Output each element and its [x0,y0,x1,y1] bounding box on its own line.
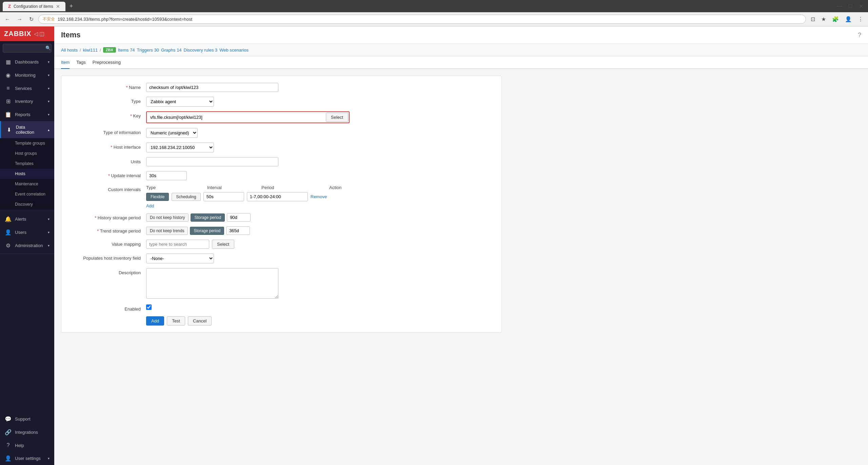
breadcrumb-graphs[interactable]: Graphs 14 [161,48,182,53]
close-button[interactable]: ✕ [857,2,865,11]
breadcrumb-triggers[interactable]: Triggers 30 [137,48,159,53]
breadcrumb-sep-1: / [80,48,81,53]
sidebar-search-input[interactable] [3,44,52,53]
sidebar-item-user-settings[interactable]: 👤 User settings ▾ [0,452,54,465]
tab-tags[interactable]: Tags [76,56,85,69]
enabled-label: Enabled [72,304,146,312]
populates-control: -None- [146,254,350,263]
history-storage-period-button[interactable]: Storage period [191,213,225,222]
breadcrumb-all-hosts[interactable]: All hosts [61,48,78,53]
do-not-keep-trends-button[interactable]: Do not keep trends [146,227,188,235]
scheduling-button[interactable]: Scheduling [172,193,200,201]
test-button[interactable]: Test [167,316,185,326]
bookmark-icon[interactable]: ★ [819,15,828,24]
sidebar-item-label: Integrations [15,430,38,435]
profile-icon[interactable]: 👤 [843,15,854,24]
host-interface-control: 192.168.234.22:10050 [146,143,350,152]
app: ZABBIX ◁◫ 🔍 ▦ Dashboards ▾ ◉ Monitoring … [0,26,868,465]
sidebar-item-users[interactable]: 👤 Users ▾ [0,226,54,239]
tab-close-button[interactable]: ✕ [56,4,60,9]
cast-icon[interactable]: ⊡ [809,15,817,24]
sidebar-item-support[interactable]: 💬 Support [0,412,54,426]
sidebar-item-reports[interactable]: 📋 Reports ▾ [0,108,54,121]
extensions-icon[interactable]: 🧩 [830,15,841,24]
sidebar-item-event-correlation[interactable]: Event correlation [0,189,54,199]
sidebar-item-template-groups[interactable]: Template groups [0,138,54,148]
enabled-row: Enabled [72,304,491,312]
back-button[interactable]: ← [3,15,12,24]
sidebar-item-hosts[interactable]: Hosts [0,169,54,179]
do-not-keep-history-button[interactable]: Do not keep history [146,213,189,222]
reload-button[interactable]: ↻ [27,15,36,24]
alerts-icon: 🔔 [5,216,12,222]
custom-intervals-row: Custom intervals Type Interval Period Ac… [72,185,491,208]
type-select[interactable]: Zabbix agent [146,97,214,107]
intervals-interval-header: Interval [207,185,261,190]
type-control: Zabbix agent [146,97,350,107]
add-interval-link[interactable]: Add [146,203,154,208]
address-bar[interactable]: 不安全 [38,15,806,24]
sidebar-item-maintenance[interactable]: Maintenance [0,179,54,189]
help-icon[interactable]: ? [858,32,861,39]
add-interval-row: Add [146,203,383,208]
new-tab-button[interactable]: + [67,1,76,11]
breadcrumb-discovery[interactable]: Discovery rules 3 [184,48,218,53]
name-input[interactable] [146,83,278,92]
flexible-button[interactable]: Flexible [146,193,169,201]
sidebar-item-label: Users [15,230,26,235]
trend-value-input[interactable] [226,226,250,235]
update-interval-row: Update interval [72,171,491,180]
add-button[interactable]: Add [146,316,164,326]
url-input[interactable] [58,17,802,22]
populates-select[interactable]: -None- [146,254,214,263]
sidebar-item-services[interactable]: ≡ Services ▾ [0,82,54,95]
sidebar-item-data-collection[interactable]: ⬇ Data collection ▴ [0,121,54,138]
enabled-checkbox[interactable] [146,304,152,310]
sidebar-search-container: 🔍 [0,41,54,55]
sidebar-item-host-groups[interactable]: Host groups [0,148,54,159]
history-storage-row: History storage period Do not keep histo… [72,213,491,222]
host-interface-select[interactable]: 192.168.234.22:10050 [146,143,214,152]
sidebar-collapse-button[interactable]: ◁◫ [34,31,44,37]
sidebar-item-templates[interactable]: Templates [0,159,54,169]
breadcrumb-items[interactable]: Items 74 [118,48,135,53]
tab-preprocessing[interactable]: Preprocessing [93,56,121,69]
sidebar-item-monitoring[interactable]: ◉ Monitoring ▾ [0,69,54,82]
sidebar-item-discovery[interactable]: Discovery [0,199,54,209]
active-tab[interactable]: Z Configuration of items ✕ [3,2,65,11]
period-input[interactable] [247,192,308,201]
sidebar-divider-2 [0,254,54,254]
forward-button[interactable]: → [15,15,24,24]
trend-storage-period-button[interactable]: Storage period [190,227,224,235]
inventory-icon: ⊞ [5,98,12,105]
sidebar-item-dashboards[interactable]: ▦ Dashboards ▾ [0,55,54,69]
description-textarea[interactable] [146,268,278,299]
sidebar-item-help[interactable]: ? Help [0,439,54,452]
menu-icon[interactable]: ⋮ [856,15,865,24]
sidebar-item-administration[interactable]: ⚙ Administration ▾ [0,239,54,252]
cancel-button[interactable]: Cancel [188,316,212,326]
remove-link[interactable]: Remove [311,194,327,199]
update-interval-input[interactable] [146,171,187,180]
key-input[interactable] [147,113,323,122]
interval-input[interactable] [203,192,244,201]
sidebar-item-inventory[interactable]: ⊞ Inventory ▾ [0,95,54,108]
history-value-input[interactable] [227,213,251,222]
key-control: Select [146,111,350,123]
tab-title: Configuration of items [14,4,53,9]
units-input[interactable] [146,157,278,166]
value-mapping-input[interactable] [146,240,209,249]
maximize-button[interactable]: □ [847,2,854,11]
tab-item[interactable]: Item [61,56,70,69]
key-select-button[interactable]: Select [326,113,348,122]
sidebar-logo: ZABBIX ◁◫ [0,26,54,41]
value-mapping-row: Value mapping Select [72,240,491,249]
browser-toolbar: ← → ↻ 不安全 ⊡ ★ 🧩 👤 ⋮ [0,12,868,26]
value-mapping-select-button[interactable]: Select [212,240,234,249]
breadcrumb-host[interactable]: kiwi111 [83,48,98,53]
breadcrumb-web-scenarios[interactable]: Web scenarios [219,48,249,53]
sidebar-item-alerts[interactable]: 🔔 Alerts ▾ [0,212,54,226]
sidebar-item-integrations[interactable]: 🔗 Integrations [0,426,54,439]
minimize-button[interactable]: — [834,2,844,11]
type-info-select[interactable]: Numeric (unsigned) [146,128,198,138]
